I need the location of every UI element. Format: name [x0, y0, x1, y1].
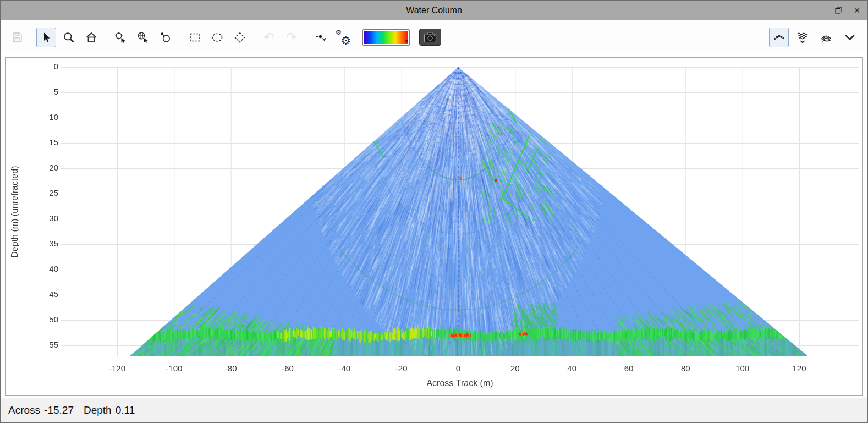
- magnifier-icon: [62, 31, 75, 44]
- snapshot-button[interactable]: [419, 29, 441, 46]
- compass-tool-button[interactable]: [156, 28, 175, 47]
- water-column-window: Water Column ×: [0, 0, 868, 423]
- status-bar: Across -15.27 Depth 0.11: [1, 398, 867, 422]
- home-view-button[interactable]: [81, 28, 101, 47]
- globe-cursor-icon: [136, 31, 150, 44]
- fan-waves-dropdown-icon: [796, 31, 809, 44]
- rectangle-select-button[interactable]: [185, 28, 205, 47]
- redo-arrow-icon: ↷: [286, 31, 296, 43]
- status-across-label: Across: [8, 404, 40, 416]
- collapse-panel-button[interactable]: [840, 28, 860, 47]
- titlebar[interactable]: Water Column ×: [1, 1, 867, 20]
- camera-icon: [424, 32, 437, 43]
- float-window-button[interactable]: [832, 4, 844, 17]
- compass-icon: [159, 31, 172, 44]
- float-window-icon: [835, 7, 842, 14]
- zoom-tool-button[interactable]: [59, 28, 79, 47]
- pointer-tool-button[interactable]: [36, 28, 56, 47]
- save-button[interactable]: [7, 28, 27, 47]
- polygon-select-button[interactable]: [230, 28, 250, 47]
- status-depth-label: Depth: [84, 404, 112, 416]
- close-icon: ×: [854, 5, 860, 15]
- lasso-select-button[interactable]: [207, 28, 227, 47]
- water-column-plot[interactable]: [6, 58, 862, 395]
- fan-view-button[interactable]: [793, 28, 812, 47]
- window-controls: ×: [832, 1, 863, 20]
- gears-icon: ⚙ ⚙: [336, 30, 350, 45]
- pick-geo-tool-button[interactable]: [133, 28, 153, 47]
- point-display-options-button[interactable]: [311, 28, 331, 47]
- colormap-selector[interactable]: ▾: [362, 29, 410, 46]
- pick-point-tool-button[interactable]: [111, 28, 130, 47]
- toolbar: ↶ ↷ ⚙ ⚙: [1, 20, 867, 54]
- colormap-gradient: [364, 31, 408, 44]
- undo-arrow-icon: ↶: [263, 31, 274, 43]
- dots-dropdown-icon: [314, 31, 327, 44]
- status-depth-value: 0.11: [116, 404, 135, 416]
- settings-button[interactable]: ⚙ ⚙: [333, 28, 353, 47]
- floppy-disk-icon: [10, 31, 24, 44]
- status-across-value: -15.27: [44, 404, 74, 416]
- crosshair-cursor-icon: [114, 31, 127, 44]
- stack-view-button[interactable]: [816, 28, 836, 47]
- window-title: Water Column: [406, 6, 462, 15]
- dashed-rectangle-icon: [188, 31, 201, 44]
- points-view-button[interactable]: [769, 28, 789, 47]
- chevron-down-icon: [843, 31, 856, 44]
- stacked-swaths-icon: [820, 31, 833, 44]
- scatter-points-icon: [772, 31, 785, 44]
- close-window-button[interactable]: ×: [851, 4, 863, 17]
- cursor-arrow-icon: [40, 31, 53, 44]
- home-icon: [85, 31, 98, 44]
- undo-button[interactable]: ↶: [259, 28, 279, 47]
- plot-wrap: [1, 54, 867, 398]
- redo-button[interactable]: ↷: [282, 28, 301, 47]
- dashed-ellipse-icon: [211, 31, 224, 44]
- plot-panel: [5, 57, 863, 396]
- colormap-dropdown-icon: ▾: [405, 37, 408, 45]
- dashed-diamond-icon: [233, 31, 246, 44]
